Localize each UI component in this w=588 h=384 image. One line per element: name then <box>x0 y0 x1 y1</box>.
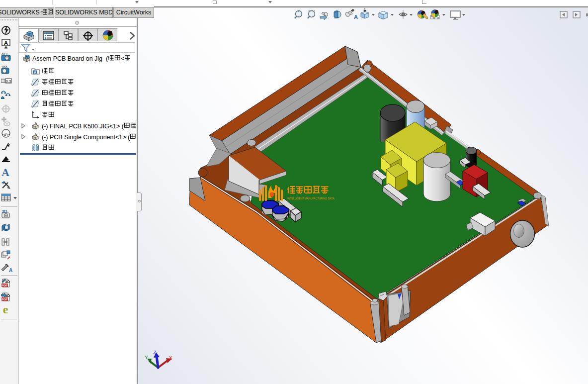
svg-text:xx: xx <box>1 52 5 55</box>
svg-text:A: A <box>1 166 9 177</box>
svg-text:A: A <box>34 71 36 74</box>
svg-text:X: X <box>169 355 172 361</box>
svg-text:Y: Y <box>145 355 148 361</box>
svg-text:INTELLIGENT MANUFACTURING DATA: INTELLIGENT MANUFACTURING DATA <box>287 197 335 200</box>
svg-text:e: e <box>3 304 8 315</box>
svg-text:A: A <box>4 40 8 46</box>
svg-text:PDF: PDF <box>2 284 8 287</box>
svg-text:A1: A1 <box>4 133 8 137</box>
svg-text:A: A <box>9 268 12 273</box>
svg-text:A: A <box>354 14 358 20</box>
svg-text:0.3: 0.3 <box>6 79 11 84</box>
svg-text:PDF: PDF <box>2 298 8 301</box>
svg-text:Z: Z <box>153 350 157 356</box>
svg-text:3D: 3D <box>5 280 10 284</box>
svg-text:-xxx: -xxx <box>1 65 7 68</box>
